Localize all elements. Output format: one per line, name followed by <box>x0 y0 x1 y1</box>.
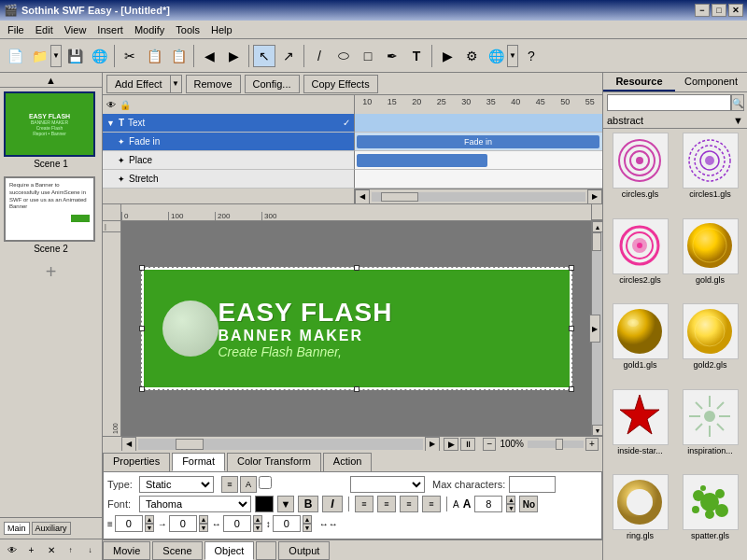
hscroll-left-btn[interactable]: ◀ <box>121 437 136 452</box>
tl-expand-text[interactable]: ▼ <box>106 119 115 128</box>
size-down-btn[interactable]: ▼ <box>506 504 515 512</box>
indent-input2[interactable] <box>169 515 197 532</box>
scene-up-btn[interactable]: ↑ <box>63 541 78 558</box>
indent2-down[interactable]: ▼ <box>199 524 208 532</box>
color-picker-btn[interactable]: ▼ <box>277 496 294 512</box>
more-btn[interactable]: No <box>519 496 538 512</box>
menu-edit[interactable]: Edit <box>30 22 59 37</box>
vscroll-up[interactable]: ▲ <box>592 221 602 232</box>
close-button[interactable]: ✕ <box>728 4 743 17</box>
tl-content-text[interactable] <box>355 114 602 133</box>
bold-btn[interactable]: B <box>298 496 318 512</box>
zoom-slider[interactable] <box>528 441 584 448</box>
export-dropdown[interactable]: ▼ <box>507 45 518 67</box>
tl-scroll-thumb[interactable] <box>381 192 418 202</box>
resource-gold[interactable]: gold.gls <box>677 218 743 301</box>
resource-ring[interactable]: ring.gls <box>607 474 673 556</box>
menu-view[interactable]: View <box>59 22 92 37</box>
menu-help[interactable]: Help <box>205 22 238 37</box>
line-tool[interactable]: / <box>308 45 331 67</box>
pen-tool[interactable]: ✒ <box>381 45 403 67</box>
scene-eye-btn[interactable]: 👁 <box>4 541 20 558</box>
help-button[interactable]: ? <box>520 45 543 67</box>
play-button[interactable]: ▶ <box>436 45 458 67</box>
font-color-swatch[interactable] <box>255 496 274 512</box>
scene-1-item[interactable]: EASY FLASH BANNER MAKER Create Flash Rep… <box>4 91 98 169</box>
bottom-tab-movie[interactable]: Movie <box>103 541 150 560</box>
menu-tools[interactable]: Tools <box>170 22 205 37</box>
multiline-btn[interactable]: ≡ <box>221 476 238 493</box>
settings-button[interactable]: ⚙ <box>460 45 483 67</box>
scene-add-btn2[interactable]: + <box>23 541 39 558</box>
resource-gold2[interactable]: gold2.gls <box>677 303 743 385</box>
italic-btn[interactable]: I <box>322 496 343 512</box>
main-tab[interactable]: Main <box>4 522 30 535</box>
nav-play[interactable]: ▶ <box>444 438 458 451</box>
resource-search-button[interactable]: 🔍 <box>731 94 744 111</box>
tab-color-transform[interactable]: Color Transform <box>227 453 321 471</box>
resource-inspiration[interactable]: inspiration... <box>677 389 743 471</box>
resource-inside-star[interactable]: inside-star... <box>607 389 673 471</box>
category-arrow[interactable]: ▼ <box>733 115 743 126</box>
maximize-button[interactable]: □ <box>712 4 726 17</box>
align-center-btn[interactable]: ≡ <box>377 496 396 512</box>
text-type-select[interactable] <box>350 476 425 493</box>
tl-label-text[interactable]: ▼ T Text ✓ <box>103 114 355 133</box>
menu-file[interactable]: File <box>2 22 30 37</box>
bottom-tab-tool[interactable] <box>256 541 276 560</box>
resource-spatter[interactable]: spatter.gls <box>677 474 743 556</box>
align-right-btn[interactable]: ≡ <box>400 496 418 512</box>
scene-down-btn[interactable]: ↓ <box>82 541 98 558</box>
tl-scroll-right[interactable]: ◀ ▶ <box>355 189 602 203</box>
tl-label-fadein[interactable]: ✦ Fade in <box>103 133 355 151</box>
size-up-btn[interactable]: ▲ <box>506 496 515 504</box>
tl-content-stretch[interactable] <box>355 170 602 189</box>
res-tab-component[interactable]: Component <box>675 73 747 91</box>
indent1-down[interactable]: ▼ <box>145 524 154 532</box>
resource-circles[interactable]: circles.gls <box>607 133 673 215</box>
resource-gold1[interactable]: gold1.gls <box>607 303 673 385</box>
select-tool[interactable]: ↖ <box>253 45 275 67</box>
paste-button[interactable]: 📋 <box>167 45 190 67</box>
minimize-button[interactable]: − <box>695 4 710 17</box>
tl-content-place[interactable] <box>355 151 602 170</box>
font-select[interactable]: Tahoma <box>139 496 251 512</box>
copy-button[interactable]: 📋 <box>143 45 165 67</box>
scenes-scroll-up[interactable]: ▲ <box>0 73 102 88</box>
vscroll-thumb[interactable] <box>592 232 601 251</box>
config-button[interactable]: Config... <box>245 75 300 93</box>
export-button[interactable]: 🌐 <box>485 45 507 67</box>
resource-circles1[interactable]: circles1.gls <box>677 133 743 215</box>
open-dropdown[interactable]: ▼ <box>50 45 62 67</box>
redo-button[interactable]: ▶ <box>222 45 245 67</box>
tl-scroll-left-btn[interactable]: ◀ <box>355 189 370 204</box>
resource-circles2[interactable]: circles2.gls <box>607 218 673 301</box>
publish-button[interactable]: 🌐 <box>88 45 110 67</box>
add-effect-button[interactable]: Add Effect <box>106 75 171 93</box>
indent-input4[interactable] <box>273 515 301 532</box>
cut-button[interactable]: ✂ <box>119 45 141 67</box>
nav-pause[interactable]: ⏸ <box>460 438 475 451</box>
add-scene-button[interactable]: + <box>0 258 102 286</box>
vscroll-down[interactable]: ▼ <box>592 425 602 436</box>
text-tool[interactable]: T <box>405 45 428 67</box>
undo-button[interactable]: ◀ <box>198 45 220 67</box>
max-chars-input[interactable] <box>509 476 556 493</box>
arrow-tool[interactable]: ↗ <box>277 45 300 67</box>
tl-label-place[interactable]: ✦ Place <box>103 151 355 170</box>
indent-input1[interactable] <box>115 515 143 532</box>
new-button[interactable]: 📄 <box>4 45 26 67</box>
menu-insert[interactable]: Insert <box>92 22 129 37</box>
indent3-up[interactable]: ▲ <box>253 515 262 524</box>
indent4-up[interactable]: ▲ <box>303 515 312 524</box>
indent1-up[interactable]: ▲ <box>145 515 154 524</box>
oval-tool[interactable]: ⬭ <box>332 45 355 67</box>
font-size-input[interactable] <box>474 496 502 512</box>
auxiliary-tab[interactable]: Auxiliary <box>32 522 71 535</box>
align-justify-btn[interactable]: ≡ <box>422 496 441 512</box>
indent-input3[interactable] <box>223 515 251 532</box>
open-button[interactable]: 📁 <box>28 45 50 67</box>
bottom-tab-scene[interactable]: Scene <box>152 541 202 560</box>
tab-format[interactable]: Format <box>172 453 225 471</box>
add-effect-dropdown[interactable]: ▼ <box>171 75 182 93</box>
